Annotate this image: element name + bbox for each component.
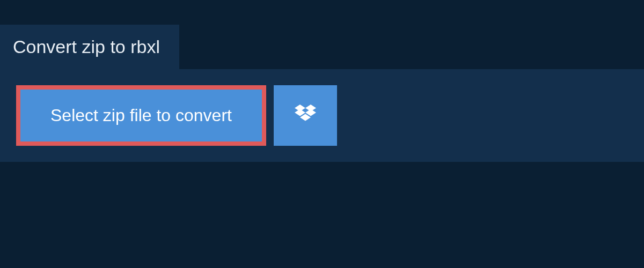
select-file-label: Select zip file to convert [50, 106, 232, 125]
dropbox-icon [295, 105, 316, 127]
select-file-button[interactable]: Select zip file to convert [16, 85, 266, 146]
page-title-tab: Convert zip to rbxl [0, 25, 179, 69]
dropbox-button[interactable] [274, 85, 337, 146]
button-row: Select zip file to convert [16, 85, 628, 146]
page-title: Convert zip to rbxl [13, 36, 160, 57]
upload-panel: Select zip file to convert [0, 69, 644, 162]
